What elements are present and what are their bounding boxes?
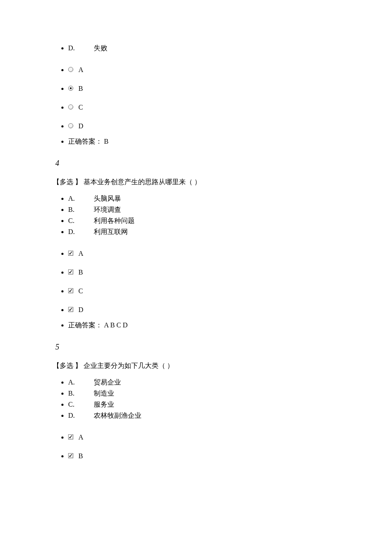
radio-label: C [78,102,83,113]
q3-radio-c-item: C [68,98,358,117]
q4-answer: 正确答案： A B C D [68,319,358,331]
radio-icon[interactable] [68,67,73,72]
radio-icon[interactable] [68,86,73,91]
checkbox-icon[interactable] [68,453,73,458]
option-text: 贸易企业 [94,379,121,386]
q4-answer-row: 正确答案： A B C D [34,319,358,331]
checkbox-icon[interactable] [68,307,73,312]
option-text: 农林牧副渔企业 [94,412,141,419]
answer-value: A B C D [104,321,128,329]
option-text: 环境调查 [94,206,121,213]
q4-option-d: D. 利用互联网 [68,226,358,237]
option-letter: D. [68,227,92,237]
radio-label: A [78,65,84,75]
option-letter: C. [68,216,92,226]
q5-option-b: B. 制造业 [68,388,358,399]
radio-label: D [78,121,84,131]
option-letter: D. [68,410,92,421]
q4-option-c: C. 利用各种问题 [68,215,358,226]
option-letter: A. [68,377,92,387]
radio-label: B [78,84,83,94]
q4-check-c-item: C [68,282,358,301]
answer-value: B [104,138,109,145]
q5-option-d: D. 农林牧副渔企业 [68,410,358,421]
option-letter: B. [68,205,92,215]
radio-icon[interactable] [68,123,73,128]
q5-number: 5 [55,341,358,353]
q4-number: 4 [55,158,358,169]
q4-check-b-item: B [68,263,358,282]
checkbox-label: B [78,267,83,278]
checkbox-icon[interactable] [68,269,73,275]
radio-icon[interactable] [68,104,73,110]
checkbox-label: A [78,432,84,442]
option-letter: A. [68,194,92,204]
checkbox-icon[interactable] [68,251,73,256]
q3-answer-row: 正确答案： B [34,136,358,147]
q4-check-d-item: D [68,301,358,319]
checkbox-icon[interactable] [68,434,73,439]
option-letter: C. [68,399,92,410]
option-letter: D. [68,43,92,53]
answer-label: 正确答案： [68,321,102,329]
checkbox-label: A [78,249,84,259]
option-text: 制造业 [94,390,114,397]
q3-option-d: D. 失败 [68,43,358,54]
q5-option-text-list: A. 贸易企业 B. 制造业 C. 服务业 D. 农林牧副渔企业 [34,377,358,421]
option-text: 头脑风暴 [94,195,121,202]
q3-radio-d-item: D [68,117,358,136]
answer-label: 正确答案： [68,138,102,145]
q3-radio-b-item: B [68,79,358,98]
checkbox-label: C [78,286,83,296]
q5-check-list: A B [34,428,358,465]
checkbox-label: B [78,451,83,461]
option-text: 利用各种问题 [94,217,135,224]
checkbox-label: D [78,305,84,315]
q5-check-b-item: B [68,447,358,465]
option-text: 失败 [94,44,107,52]
q4-option-b: B. 环境调查 [68,204,358,215]
q5-stem: 【多选 】 企业主要分为如下几大类（ ） [53,361,358,371]
q5-option-a: A. 贸易企业 [68,377,358,388]
q3-radio-a-item: A [68,61,358,79]
q3-option-text-list: D. 失败 [34,43,358,54]
checkbox-icon[interactable] [68,288,73,293]
option-text: 利用互联网 [94,228,128,235]
q5-check-a-item: A [68,428,358,447]
option-text: 服务业 [94,401,114,408]
q4-check-a-item: A [68,244,358,263]
q5-option-c: C. 服务业 [68,399,358,410]
q4-check-list: A B C D [34,244,358,319]
q4-option-text-list: A. 头脑风暴 B. 环境调查 C. 利用各种问题 D. 利用互联网 [34,193,358,237]
q3-radio-list: A B C D [34,61,358,136]
q3-answer: 正确答案： B [68,136,358,147]
q4-stem: 【多选 】 基本业务创意产生的思路从哪里来（ ） [53,177,358,187]
option-letter: B. [68,388,92,399]
q4-option-a: A. 头脑风暴 [68,193,358,204]
